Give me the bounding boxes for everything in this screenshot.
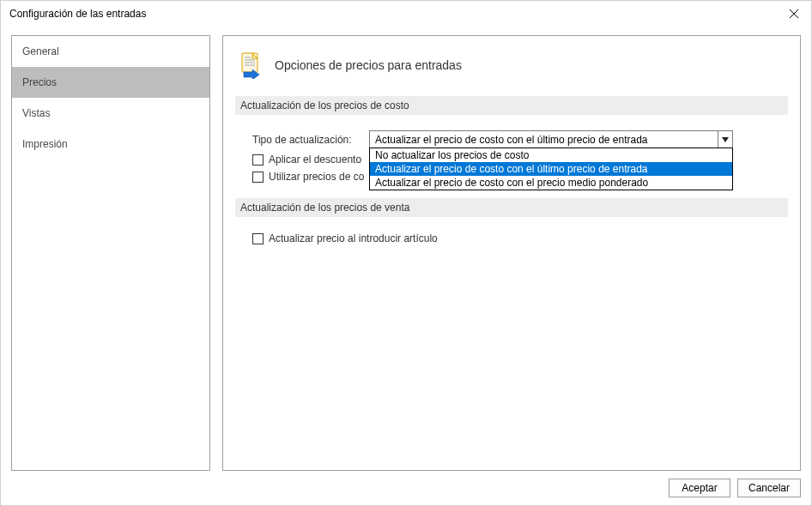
update-on-insert-checkbox[interactable] [252,233,264,244]
combo-option-2[interactable]: Actualizar el precio de costo con el pre… [370,176,732,190]
combo-caret-button[interactable] [718,131,732,148]
use-cost-prices-label: Utilizar precios de co [269,171,364,183]
update-type-label: Tipo de actualización: [252,134,362,146]
window-title: Configuración de las entradas [9,8,777,20]
dialog-window: Configuración de las entradas General Pr… [0,0,812,506]
page-title: Opciones de precios para entradas [275,58,462,72]
document-arrow-icon [239,51,266,79]
svg-marker-8 [722,137,729,142]
cancel-button[interactable]: Cancelar [737,479,801,497]
use-cost-prices-checkbox[interactable] [252,172,264,183]
sales-group-body: Actualizar precio al introducir artículo [235,226,788,251]
update-on-insert-row: Actualizar precio al introducir artículo [252,232,788,244]
update-type-combo-wrap: Actualizar el precio de costo con el últ… [369,130,733,148]
update-type-combo[interactable]: Actualizar el precio de costo con el últ… [369,130,733,148]
sales-group-header: Actualización de los precios de venta [235,198,788,217]
update-type-value: Actualizar el precio de costo con el últ… [375,134,714,146]
close-button[interactable] [777,1,811,27]
close-icon [790,9,798,18]
update-on-insert-label: Actualizar precio al introducir artículo [269,232,438,244]
footer: Aceptar Cancelar [1,471,811,505]
sidebar: General Precios Vistas Impresión [11,35,210,471]
cost-group-header: Actualización de los precios de costo [235,96,788,115]
combo-option-1[interactable]: Actualizar el precio de costo con el últ… [370,162,732,176]
content-panel: Opciones de precios para entradas Actual… [222,35,801,471]
sidebar-item-general[interactable]: General [12,36,209,67]
page-header: Opciones de precios para entradas [235,48,788,87]
combo-option-0[interactable]: No actualizar los precios de costo [370,148,732,162]
panels-row: General Precios Vistas Impresión [1,27,811,471]
accept-button[interactable]: Aceptar [669,479,730,497]
update-type-dropdown[interactable]: No actualizar los precios de costo Actua… [369,148,733,190]
update-type-row: Tipo de actualización: Actualizar el pre… [252,130,788,148]
dialog-body: General Precios Vistas Impresión [1,27,811,505]
sidebar-item-precios[interactable]: Precios [12,67,209,98]
apply-discount-checkbox[interactable] [252,154,264,166]
apply-discount-label: Aplicar el descuento [269,154,361,166]
chevron-down-icon [722,137,729,142]
titlebar: Configuración de las entradas [1,1,811,27]
sidebar-item-impresion[interactable]: Impresión [12,129,209,160]
sidebar-item-vistas[interactable]: Vistas [12,98,209,129]
cost-group-body: Tipo de actualización: Actualizar el pre… [235,123,788,190]
